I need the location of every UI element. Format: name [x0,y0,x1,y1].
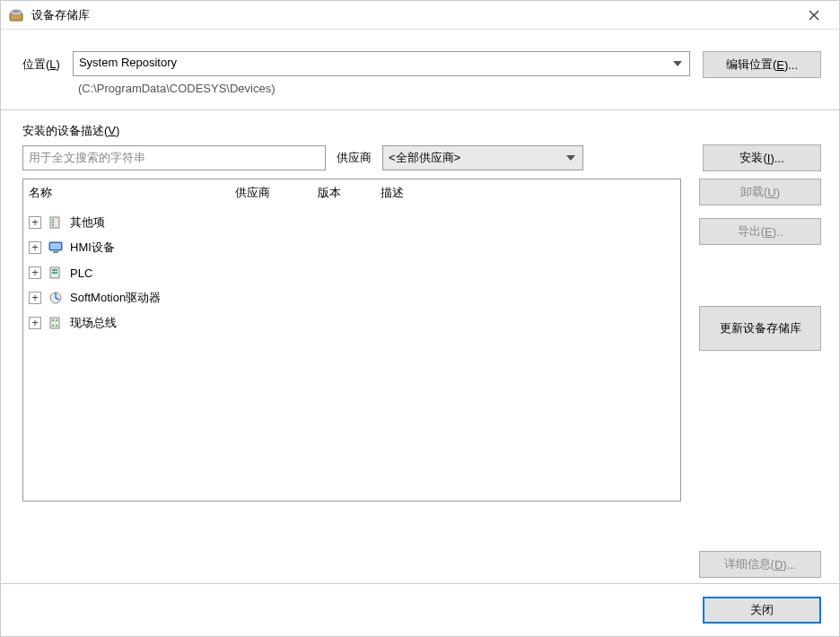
expand-icon[interactable]: + [29,241,41,254]
col-version[interactable]: 版本 [312,183,375,203]
col-name[interactable]: 名称 [23,183,230,203]
tree-node-hmi[interactable]: + HMI设备 [27,235,677,260]
search-placeholder: 用于全文搜索的字符串 [29,151,145,164]
tree-node-plc[interactable]: + PLC [27,260,677,285]
tree-node-label: HMI设备 [70,240,115,256]
bottom-bar: 关闭 [1,583,839,636]
tree-node-softmotion[interactable]: + SoftMotion驱动器 [27,285,677,310]
svg-point-2 [13,10,20,13]
expand-icon[interactable]: + [29,266,41,279]
filter-row: 用于全文搜索的字符串 供应商 <全部供应商> 安装(I)... [22,144,821,171]
device-repository-dialog: 设备存储库 位置(L) System Repository (C:\Progra… [0,0,840,637]
col-description[interactable]: 描述 [375,183,680,203]
svg-rect-3 [50,217,59,228]
installed-label: 安装的设备描述(V) [22,123,821,139]
tree-node-other[interactable]: + 其他项 [27,210,677,235]
supplier-label: 供应商 [335,150,373,166]
svg-rect-12 [52,272,57,274]
location-selected: System Repository [79,56,177,69]
svg-rect-5 [52,222,54,223]
expand-icon[interactable]: + [29,292,41,304]
svg-rect-16 [56,319,57,321]
tree-node-label: 现场总线 [70,315,117,331]
side-buttons: 卸载(U) 导出(E).. 更新设备存储库 详细信息(D)... [699,179,821,578]
svg-rect-8 [50,243,61,249]
supplier-combo[interactable]: <全部供应商> [382,145,583,170]
close-dialog-button[interactable]: 关闭 [703,597,821,624]
monitor-icon [48,240,64,256]
svg-rect-15 [52,319,54,321]
tree-node-fieldbus[interactable]: + 现场总线 [27,310,677,336]
svg-rect-17 [52,325,54,327]
tree-body: + 其他项 + HMI设备 [23,206,680,339]
expand-icon[interactable]: + [29,216,41,229]
tree-node-label: PLC [70,266,92,280]
location-row: 位置(L) System Repository (C:\ProgramData\… [1,30,839,109]
device-icon [48,214,64,231]
bus-icon [48,315,64,331]
install-button[interactable]: 安装(I)... [703,144,821,171]
supplier-selected: <全部供应商> [389,151,460,164]
titlebar: 设备存储库 [1,1,839,30]
close-button[interactable] [796,1,832,30]
edit-location-button[interactable]: 编辑位置(E)... [703,51,821,78]
location-center: System Repository (C:\ProgramData\CODESY… [73,51,690,95]
svg-rect-4 [52,219,54,221]
expand-icon[interactable]: + [29,317,41,329]
export-button[interactable]: 导出(E).. [699,218,821,245]
col-vendor[interactable]: 供应商 [230,183,312,203]
window-title: 设备存储库 [31,7,796,23]
uninstall-button[interactable]: 卸载(U) [699,179,821,205]
plc-icon [48,265,64,281]
details-button[interactable]: 详细信息(D)... [699,551,821,578]
installed-area: 安装的设备描述(V) 用于全文搜索的字符串 供应商 <全部供应商> 安装(I).… [1,110,839,583]
device-tree[interactable]: 名称 供应商 版本 描述 + 其他项 [22,179,681,502]
tree-header: 名称 供应商 版本 描述 [23,179,680,206]
svg-rect-14 [50,318,59,328]
svg-rect-6 [52,224,54,226]
svg-rect-11 [52,269,57,271]
fulltext-search-input[interactable]: 用于全文搜索的字符串 [22,145,326,170]
app-icon [8,7,24,23]
location-combo[interactable]: System Repository [73,51,690,76]
update-repository-button[interactable]: 更新设备存储库 [699,306,821,351]
svg-rect-9 [53,251,58,253]
tree-node-label: 其他项 [70,214,105,231]
dialog-content: 位置(L) System Repository (C:\ProgramData\… [1,30,839,636]
main-row: 名称 供应商 版本 描述 + 其他项 [22,179,821,578]
svg-rect-18 [56,325,57,327]
location-label: 位置(L) [22,51,60,73]
tree-node-label: SoftMotion驱动器 [70,290,161,306]
motion-icon [48,290,64,306]
location-path: (C:\ProgramData\CODESYS\Devices) [73,76,690,95]
